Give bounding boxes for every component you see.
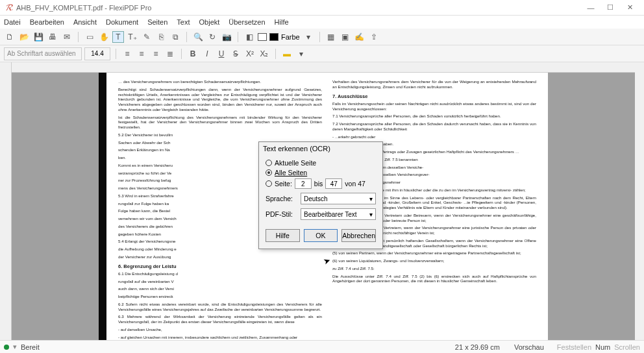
language-select[interactable]: Deutsch▾ [301, 193, 376, 204]
dialog-title: Text erkennen (OCR) [259, 142, 382, 155]
radio-current-page[interactable]: Aktuelle Seite [266, 159, 376, 167]
app-logo: 𝓡 [5, 2, 12, 13]
title-bar: 𝓡 AHB_FHV_KOMPLETT.pdf - FlexiPDF Pro — … [0, 0, 644, 16]
help-button[interactable]: Hilfe [266, 229, 300, 242]
close-button[interactable]: ✕ [621, 1, 639, 14]
status-preview[interactable]: Vorschau [514, 343, 544, 351]
radio-all-pages[interactable]: Alle Seiten [266, 169, 376, 176]
menu-ansicht[interactable]: Ansicht [73, 18, 97, 26]
cancel-button[interactable]: Abbrechen [341, 229, 376, 242]
menu-bar: Datei Bearbeiten Ansicht Dokument Seiten… [0, 16, 644, 29]
camera-icon[interactable]: 📷 [221, 31, 232, 43]
menu-seiten[interactable]: Seiten [147, 18, 167, 26]
underline-icon[interactable]: U [216, 48, 227, 60]
pointer-icon[interactable]: ▭ [84, 31, 95, 43]
range-to-input[interactable] [325, 178, 342, 189]
minimize-button[interactable]: — [582, 1, 600, 14]
stamp-icon[interactable]: ▣ [340, 31, 351, 43]
link-tool-icon[interactable]: ⎘ [155, 31, 167, 43]
status-bar: ▾ Bereit 21 x 29.69 cm Vorschau Feststel… [0, 340, 644, 353]
crop-icon[interactable]: ⧉ [169, 31, 181, 43]
more-icon[interactable]: ▾ [295, 48, 307, 60]
menu-bearbeiten[interactable]: Bearbeiten [30, 18, 64, 26]
menu-hilfe[interactable]: Hilfe [275, 18, 289, 26]
sign-icon[interactable]: ✍ [354, 31, 365, 43]
radio-page-range[interactable] [266, 180, 272, 187]
main-toolbar: 🗋 📂 💾 🖶 ✉ ▭ ✋ T T₊ ✎ ⎘ ⧉ 🔍 ↻ 📷 ◧ Farbe ▾… [0, 29, 644, 45]
save-icon[interactable]: 💾 [32, 31, 44, 43]
align-center-icon[interactable]: ≡ [136, 48, 147, 60]
hand-icon[interactable]: ✋ [98, 31, 110, 43]
ruler-horizontal [12, 62, 635, 73]
ocr-dialog: Text erkennen (OCR) Aktuelle Seite Alle … [258, 141, 383, 249]
stroke-color-swatch[interactable] [269, 33, 279, 41]
menu-objekt[interactable]: Objekt [199, 18, 220, 26]
status-dimensions: 21 x 29.69 cm [455, 343, 500, 351]
search-icon[interactable]: 🔍 [192, 31, 204, 43]
status-num: Num [595, 343, 610, 351]
align-justify-icon[interactable]: ≣ [164, 48, 176, 60]
text-plus-icon[interactable]: T₊ [127, 31, 138, 43]
ok-button[interactable]: OK [304, 229, 338, 242]
open-icon[interactable]: 📂 [18, 31, 30, 43]
vertical-scrollbar[interactable] [635, 62, 644, 340]
menu-uebersetzen[interactable]: Übersetzen [229, 18, 265, 26]
range-from-input[interactable] [295, 178, 312, 189]
chevron-down-icon: ▾ [369, 211, 373, 218]
bold-icon[interactable]: B [187, 48, 199, 60]
export-icon[interactable]: ⇪ [368, 31, 380, 43]
chevron-down-icon: ▾ [369, 195, 373, 202]
mail-icon[interactable]: ✉ [61, 31, 73, 43]
text-tool-icon[interactable]: T [112, 31, 124, 43]
print-icon[interactable]: 🖶 [47, 31, 58, 43]
highlight-icon[interactable]: ◧ [243, 31, 255, 43]
new-icon[interactable]: 🗋 [4, 31, 16, 43]
text-toolbar: Ab Schriftart auswählen 14.4 ≡ ≡ ≡ ≣ B I… [0, 45, 644, 62]
align-right-icon[interactable]: ≡ [150, 48, 162, 60]
color-label: Farbe [281, 33, 300, 41]
status-ready: Bereit [21, 343, 40, 351]
refresh-icon[interactable]: ↻ [206, 31, 218, 43]
italic-icon[interactable]: I [201, 48, 213, 60]
strike-icon[interactable]: S̶ [230, 48, 242, 60]
subscript-icon[interactable]: X₂ [258, 48, 270, 60]
status-feststellen: Feststellen [557, 343, 591, 351]
maximize-button[interactable]: ☐ [601, 1, 619, 14]
dropdown-icon[interactable]: ▾ [303, 31, 314, 43]
superscript-icon[interactable]: X² [244, 48, 256, 60]
fill-color-swatch[interactable] [258, 33, 267, 41]
font-family-select[interactable]: Ab Schriftart auswählen [4, 47, 82, 60]
language-label: Sprache: [266, 195, 301, 202]
menu-datei[interactable]: Datei [4, 18, 21, 26]
status-led-icon [4, 345, 9, 350]
ruler-vertical [0, 62, 12, 340]
pdfstyle-select[interactable]: Bearbeitbarer Text▾ [301, 208, 376, 220]
font-size-input[interactable]: 14.4 [84, 47, 110, 60]
align-left-icon[interactable]: ≡ [121, 48, 133, 60]
pdfstyle-label: PDF-Stil: [266, 210, 301, 218]
menu-dokument[interactable]: Dokument [106, 18, 138, 26]
status-scrollen: Scrollen [614, 343, 640, 351]
form-icon[interactable]: ▦ [325, 31, 337, 43]
window-title: AHB_FHV_KOMPLETT.pdf - FlexiPDF Pro [16, 4, 582, 12]
menu-text[interactable]: Text [177, 18, 190, 26]
edit-icon[interactable]: ✎ [141, 31, 153, 43]
highlight-text-icon[interactable]: ▬ [281, 48, 293, 60]
